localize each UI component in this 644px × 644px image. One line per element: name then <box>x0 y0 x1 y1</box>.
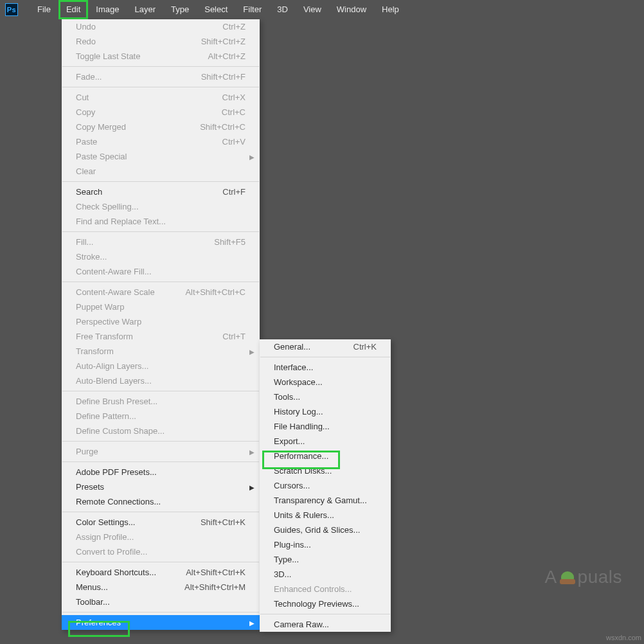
edit-menu-item-separator <box>62 87 259 87</box>
menu-item-label: Enhanced Controls... <box>274 584 352 594</box>
watermark-icon <box>559 569 577 586</box>
menu-item-label: Menus... <box>76 582 108 592</box>
pref-menu-item-cursors[interactable]: Cursors... <box>260 478 391 493</box>
menu-item-shortcut: Ctrl+T <box>222 332 246 341</box>
edit-menu-item-color-settings[interactable]: Color Settings...Shift+Ctrl+K <box>62 515 260 530</box>
submenu-arrow-icon: ▶ <box>249 483 255 490</box>
menu-item-label: Color Settings... <box>76 517 136 527</box>
pref-menu-item-guides-grid-slices[interactable]: Guides, Grid & Slices... <box>260 523 391 537</box>
menu-item-label: Cursors... <box>274 481 310 490</box>
menubar-help[interactable]: Help <box>374 0 407 19</box>
edit-menu-item-presets[interactable]: Presets▶ <box>62 479 260 494</box>
edit-menu-item-content-aware-scale: Content-Aware ScaleAlt+Shift+Ctrl+C <box>62 285 260 300</box>
menu-item-label: Define Brush Preset... <box>76 397 157 406</box>
pref-menu-item-workspace[interactable]: Workspace... <box>260 375 391 389</box>
submenu-arrow-icon: ▶ <box>249 153 255 160</box>
pref-menu-item-units-rulers[interactable]: Units & Rulers... <box>260 508 391 523</box>
menu-item-label: Define Pattern... <box>76 411 136 421</box>
edit-menu-item-menus[interactable]: Menus...Alt+Shift+Ctrl+M <box>62 580 260 595</box>
watermark-post: puals <box>578 567 622 587</box>
menubar-select[interactable]: Select <box>197 0 235 19</box>
menubar-edit[interactable]: Edit <box>58 0 88 19</box>
edit-menu-item-separator <box>62 181 259 182</box>
menu-item-label: Plug-ins... <box>274 540 311 550</box>
menu-item-label: File Handling... <box>274 422 330 431</box>
menu-item-label: Cut <box>76 93 89 102</box>
menu-item-label: Fade... <box>76 72 102 82</box>
pref-menu-item-transparency-gamut[interactable]: Transparency & Gamut... <box>260 493 391 508</box>
pref-menu-item-plug-ins[interactable]: Plug-ins... <box>260 537 391 552</box>
menu-item-shortcut: Ctrl+C <box>222 107 246 117</box>
menu-item-label: Free Transform <box>76 332 133 341</box>
edit-menu-item-separator <box>62 512 259 512</box>
menu-item-label: Adobe PDF Presets... <box>76 467 157 477</box>
pref-menu-item-interface[interactable]: Interface... <box>260 360 391 375</box>
edit-menu-item-stroke: Stroke... <box>62 249 260 264</box>
menu-item-label: Define Custom Shape... <box>76 426 165 436</box>
edit-menu-item-auto-blend-layers: Auto-Blend Layers... <box>62 373 260 388</box>
pref-menu-item-history-log[interactable]: History Log... <box>260 404 391 419</box>
edit-menu-item-auto-align-layers: Auto-Align Layers... <box>62 359 260 373</box>
edit-menu-item-toolbar[interactable]: Toolbar... <box>62 595 260 609</box>
edit-menu-item-separator <box>62 231 259 232</box>
menu-item-shortcut: Shift+Ctrl+Z <box>201 37 246 46</box>
edit-menu-item-search[interactable]: SearchCtrl+F <box>62 184 260 199</box>
menubar-file[interactable]: File <box>30 0 58 19</box>
menu-item-label: Toggle Last State <box>76 51 140 61</box>
menu-item-label: Transform <box>76 346 114 356</box>
pref-menu-item-export[interactable]: Export... <box>260 434 391 449</box>
edit-menu-item-paste: PasteCtrl+V <box>62 134 260 149</box>
watermark-pre: A <box>544 567 557 587</box>
edit-menu-item-copy: CopyCtrl+C <box>62 105 260 120</box>
pref-menu-item-performance[interactable]: Performance... <box>260 449 391 463</box>
pref-menu-item-file-handling[interactable]: File Handling... <box>260 419 391 434</box>
edit-menu-item-redo: RedoShift+Ctrl+Z <box>62 34 260 49</box>
pref-menu-item-general[interactable]: General...Ctrl+K <box>260 339 391 354</box>
source-text: wsxdn.com <box>606 634 641 641</box>
menu-item-label: Convert to Profile... <box>76 547 147 557</box>
menu-item-label: Units & Rulers... <box>274 510 334 520</box>
edit-menu-item-separator <box>62 562 259 562</box>
edit-menu-item-copy-merged: Copy MergedShift+Ctrl+C <box>62 120 260 134</box>
menubar-type[interactable]: Type <box>163 0 197 19</box>
edit-menu-item-separator <box>62 441 259 442</box>
menubar-layer[interactable]: Layer <box>127 0 164 19</box>
menu-item-label: Presets <box>76 482 104 492</box>
edit-menu-item-preferences[interactable]: Preferences▶ <box>62 615 260 630</box>
edit-menu-item-purge: Purge▶ <box>62 444 260 459</box>
edit-menu-item-undo: UndoCtrl+Z <box>62 19 260 34</box>
menu-item-label: Puppet Warp <box>76 302 124 312</box>
menu-item-label: Stroke... <box>76 252 107 262</box>
edit-menu-item-fade: Fade...Shift+Ctrl+F <box>62 69 260 84</box>
menubar-view[interactable]: View <box>296 0 329 19</box>
edit-menu-item-convert-to-profile: Convert to Profile... <box>62 544 260 559</box>
menu-item-label: Content-Aware Scale <box>76 287 155 297</box>
menu-item-label: Fill... <box>76 237 93 247</box>
menubar-filter[interactable]: Filter <box>235 0 269 19</box>
pref-menu-item-type[interactable]: Type... <box>260 552 391 567</box>
menu-item-shortcut: Alt+Shift+Ctrl+K <box>186 568 246 577</box>
pref-menu-item-technology-previews[interactable]: Technology Previews... <box>260 596 391 611</box>
edit-menu-item-separator <box>62 612 259 613</box>
pref-menu-item-tools[interactable]: Tools... <box>260 389 391 404</box>
edit-menu-item-keyboard-shortcuts[interactable]: Keyboard Shortcuts...Alt+Shift+Ctrl+K <box>62 565 260 580</box>
edit-menu-item-separator <box>62 282 259 282</box>
menubar-window[interactable]: Window <box>329 0 374 19</box>
menu-item-label: Search <box>76 187 102 197</box>
edit-menu-item-toggle-last-state: Toggle Last StateAlt+Ctrl+Z <box>62 49 260 64</box>
edit-menu-item-assign-profile: Assign Profile... <box>62 530 260 544</box>
edit-menu-item-adobe-pdf-presets[interactable]: Adobe PDF Presets... <box>62 465 260 479</box>
menu-item-label: Technology Previews... <box>274 599 359 609</box>
edit-menu-item-puppet-warp: Puppet Warp <box>62 300 260 314</box>
menubar-3d[interactable]: 3D <box>269 0 296 19</box>
edit-menu-item-remote-connections[interactable]: Remote Connections... <box>62 494 260 509</box>
pref-menu-item-camera-raw[interactable]: Camera Raw... <box>260 617 391 632</box>
menubar-image[interactable]: Image <box>88 0 127 19</box>
menu-item-label: Performance... <box>274 451 328 461</box>
pref-menu-item-3d[interactable]: 3D... <box>260 567 391 582</box>
pref-menu-item-scratch-disks[interactable]: Scratch Disks... <box>260 463 391 478</box>
menu-item-label: Redo <box>76 37 96 46</box>
menu-item-label: Check Spelling... <box>76 202 139 211</box>
pref-menu-item-separator <box>260 357 390 357</box>
submenu-arrow-icon: ▶ <box>249 348 255 355</box>
